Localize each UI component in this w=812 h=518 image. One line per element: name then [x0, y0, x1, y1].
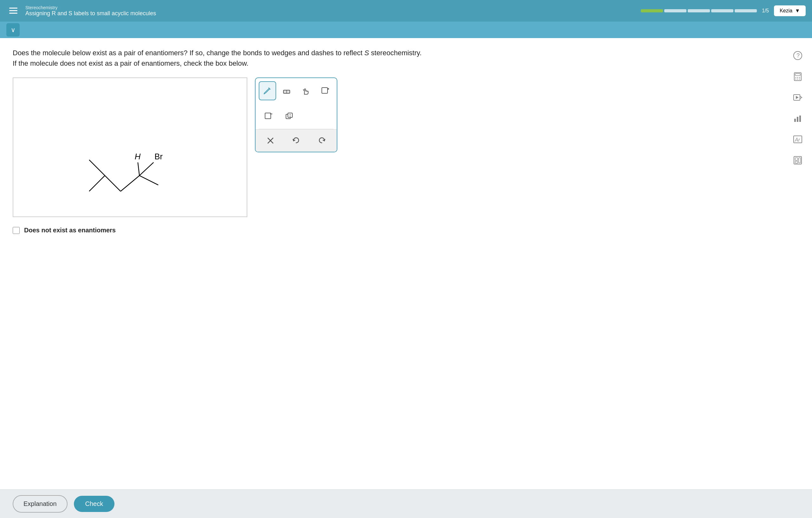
progress-area: 1/5 — [641, 8, 769, 13]
question-s-italic: S — [364, 49, 369, 57]
footer: Explanation Check — [0, 489, 812, 518]
svg-point-22 — [290, 114, 291, 115]
collapse-button[interactable]: ∨ — [6, 23, 20, 36]
svg-line-3 — [105, 175, 121, 191]
copy-box-tool-button[interactable] — [280, 107, 299, 126]
svg-line-6 — [120, 175, 139, 191]
redo-action-button[interactable] — [314, 133, 330, 148]
drawing-toolbar — [255, 77, 337, 152]
collapse-bar: ∨ — [0, 22, 812, 38]
periodic-table-button[interactable]: Ar — [790, 131, 806, 147]
svg-rect-18 — [265, 113, 271, 119]
svg-rect-2 — [9, 13, 18, 13]
explanation-button[interactable]: Explanation — [13, 495, 67, 513]
header-title-area: Stereochemistry Assigning R and S labels… — [25, 5, 636, 17]
progress-seg-3 — [688, 9, 710, 12]
svg-rect-39 — [794, 119, 796, 122]
progress-seg-1 — [641, 9, 663, 12]
user-menu-button[interactable]: Kezia ▼ — [774, 5, 806, 16]
svg-text:Br: Br — [154, 152, 163, 161]
molecule-svg: H Br — [13, 78, 247, 216]
calculator-button[interactable] — [790, 69, 806, 84]
svg-rect-1 — [9, 10, 18, 11]
svg-point-32 — [799, 77, 800, 78]
enantiomers-checkbox[interactable] — [13, 227, 20, 234]
toolbar-top-row — [256, 78, 337, 104]
svg-rect-41 — [799, 115, 801, 122]
svg-rect-15 — [322, 88, 327, 93]
chevron-down-icon: ∨ — [11, 26, 16, 34]
undo-action-button[interactable] — [288, 133, 304, 148]
delete-action-button[interactable] — [263, 133, 279, 148]
chevron-down-icon: ▼ — [795, 8, 800, 13]
content-row: H Br — [13, 77, 799, 217]
checkbox-area: Does not exist as enantiomers — [13, 227, 799, 234]
svg-marker-38 — [796, 96, 799, 99]
main-content: Does the molecule below exist as a pair … — [0, 38, 812, 489]
svg-point-30 — [795, 77, 796, 78]
eraser-tool-button[interactable] — [278, 81, 295, 100]
svg-rect-40 — [797, 117, 799, 122]
svg-rect-0 — [9, 8, 18, 8]
svg-point-34 — [798, 79, 799, 80]
svg-rect-47 — [799, 158, 801, 163]
menu-button[interactable] — [6, 4, 20, 18]
progress-count: 1/5 — [762, 8, 769, 13]
svg-point-35 — [799, 79, 800, 80]
question-text: Does the molecule below exist as a pair … — [13, 48, 425, 69]
svg-line-4 — [89, 175, 105, 191]
enantiomers-label[interactable]: Does not exist as enantiomers — [24, 227, 116, 234]
subtitle-label: Assigning R and S labels to small acycli… — [25, 10, 636, 17]
svg-rect-29 — [795, 74, 800, 76]
progress-seg-5 — [735, 9, 757, 12]
toolbar-second-row — [256, 104, 337, 129]
svg-line-5 — [89, 160, 105, 176]
video-button[interactable] — [790, 89, 806, 105]
pencil-tool-button[interactable] — [259, 81, 276, 100]
progress-bar — [641, 9, 757, 12]
svg-text:?: ? — [796, 52, 800, 59]
right-icons-panel: ? — [790, 48, 806, 168]
svg-rect-46 — [795, 161, 798, 163]
toolbar-action-row — [256, 129, 337, 152]
svg-text:Ar: Ar — [794, 137, 800, 142]
svg-line-7 — [138, 163, 140, 176]
progress-seg-4 — [711, 9, 733, 12]
reference-button[interactable] — [790, 152, 806, 168]
svg-point-31 — [798, 77, 799, 78]
svg-point-23 — [290, 116, 291, 117]
progress-seg-2 — [664, 9, 687, 12]
chart-button[interactable] — [790, 110, 806, 126]
user-name: Kezia — [780, 8, 792, 13]
topic-label: Stereochemistry — [25, 5, 636, 10]
svg-line-9 — [140, 175, 158, 185]
svg-point-33 — [795, 79, 796, 80]
svg-rect-21 — [288, 113, 292, 117]
svg-text:H: H — [135, 152, 141, 161]
header: Stereochemistry Assigning R and S labels… — [0, 0, 812, 22]
hand-tool-button[interactable] — [297, 81, 315, 100]
remove-box-tool-button[interactable] — [259, 107, 278, 126]
question-text-before: Does the molecule below exist as a pair … — [13, 49, 364, 57]
add-box-tool-button[interactable] — [316, 81, 334, 100]
svg-line-8 — [140, 163, 154, 176]
svg-rect-45 — [795, 158, 798, 160]
svg-marker-37 — [800, 96, 802, 99]
help-button[interactable]: ? — [790, 48, 806, 63]
check-button[interactable]: Check — [74, 496, 115, 512]
molecule-canvas[interactable]: H Br — [13, 77, 247, 217]
